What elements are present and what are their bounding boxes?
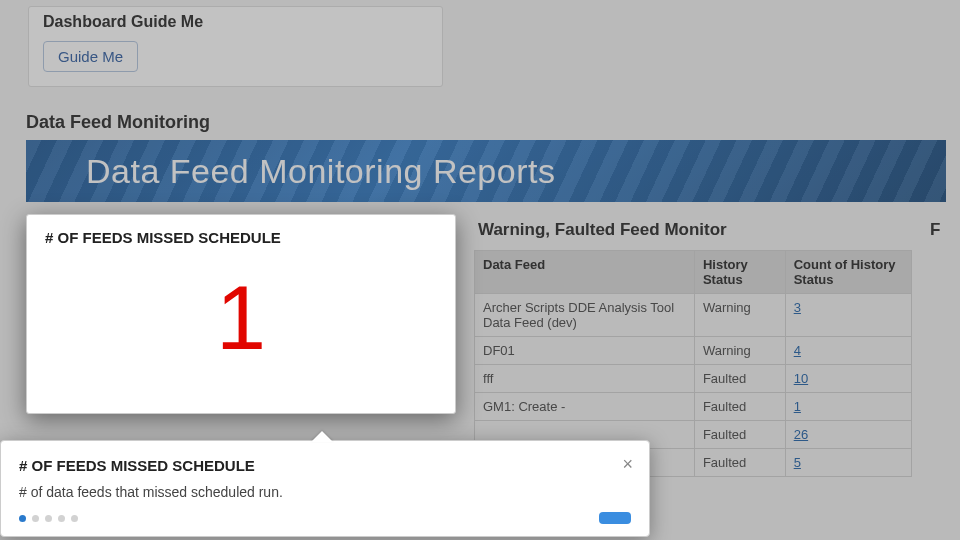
col-count-history-status: Count of History Status <box>785 251 911 294</box>
col-data-feed: Data Feed <box>475 251 695 294</box>
tour-step-dot[interactable] <box>45 515 52 522</box>
report-banner: Data Feed Monitoring Reports <box>26 140 946 202</box>
cell-data-feed: DF01 <box>475 337 695 365</box>
table-row: fffFaulted10 <box>475 365 912 393</box>
table-row: GM1: Create -Faulted1 <box>475 393 912 421</box>
tour-step-dot[interactable] <box>19 515 26 522</box>
tour-popover-body: # of data feeds that missed scheduled ru… <box>19 484 631 500</box>
reports-row: # OF FEEDS MISSED SCHEDULE 1 Warning, Fa… <box>26 214 960 477</box>
cell-count[interactable]: 5 <box>785 449 911 477</box>
table-row: Archer Scripts DDE Analysis Tool Data Fe… <box>475 294 912 337</box>
warning-faulted-monitor-card: Warning, Faulted Feed Monitor Data Feed … <box>474 214 912 477</box>
right-partial-card: F <box>930 214 960 477</box>
tour-next-button[interactable] <box>599 512 631 524</box>
tour-popover: × # OF FEEDS MISSED SCHEDULE # of data f… <box>0 440 650 537</box>
feeds-missed-schedule-card: # OF FEEDS MISSED SCHEDULE 1 <box>26 214 456 414</box>
cell-count[interactable]: 26 <box>785 421 911 449</box>
warning-faulted-monitor-title: Warning, Faulted Feed Monitor <box>478 220 912 240</box>
cell-history-status: Faulted <box>694 365 785 393</box>
cell-history-status: Warning <box>694 294 785 337</box>
cell-count[interactable]: 4 <box>785 337 911 365</box>
tour-step-dot[interactable] <box>71 515 78 522</box>
guide-me-button[interactable]: Guide Me <box>43 41 138 72</box>
col-history-status: History Status <box>694 251 785 294</box>
metric-value: 1 <box>45 246 437 390</box>
cell-history-status: Faulted <box>694 449 785 477</box>
cell-count[interactable]: 1 <box>785 393 911 421</box>
tour-popover-title: # OF FEEDS MISSED SCHEDULE <box>19 457 631 474</box>
cell-count[interactable]: 10 <box>785 365 911 393</box>
tour-step-dot[interactable] <box>32 515 39 522</box>
metric-title: # OF FEEDS MISSED SCHEDULE <box>45 229 437 246</box>
cell-history-status: Faulted <box>694 393 785 421</box>
section-title: Data Feed Monitoring <box>26 112 210 133</box>
cell-count[interactable]: 3 <box>785 294 911 337</box>
cell-data-feed: fff <box>475 365 695 393</box>
cell-history-status: Faulted <box>694 421 785 449</box>
close-icon[interactable]: × <box>622 455 633 473</box>
cell-data-feed: Archer Scripts DDE Analysis Tool Data Fe… <box>475 294 695 337</box>
cell-history-status: Warning <box>694 337 785 365</box>
table-row: DF01Warning4 <box>475 337 912 365</box>
cell-data-feed: GM1: Create - <box>475 393 695 421</box>
dashboard-guide-card: Dashboard Guide Me Guide Me <box>28 6 443 87</box>
right-partial-title: F <box>930 220 960 240</box>
tour-step-dots <box>19 515 78 522</box>
dashboard-guide-title: Dashboard Guide Me <box>43 13 428 31</box>
tour-step-dot[interactable] <box>58 515 65 522</box>
